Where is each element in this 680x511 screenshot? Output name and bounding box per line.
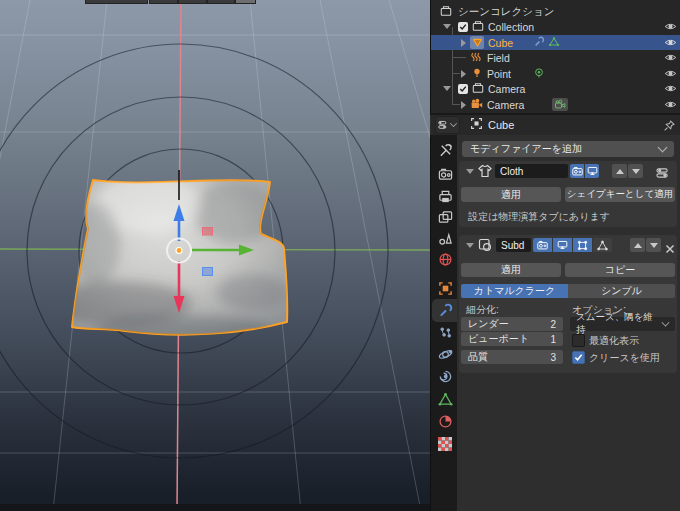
visibility-eye-icon[interactable] (664, 36, 677, 51)
uv-smooth-dropdown[interactable]: スムーズ、隅を維持 (570, 317, 675, 331)
subdivision-label: 細分化: (466, 303, 499, 317)
simple-option[interactable]: シンプル (568, 284, 675, 298)
gizmo-plane-handle-red[interactable] (203, 228, 213, 236)
render-levels-slider[interactable]: レンダー 2 (461, 317, 563, 331)
render-levels-label: レンダー (468, 317, 509, 331)
modifier-wrench-icon (533, 36, 545, 50)
visibility-eye-icon[interactable] (664, 20, 677, 35)
apply-button[interactable]: 適用 (461, 187, 561, 202)
apply-button[interactable]: 適用 (461, 263, 561, 277)
modifier-name-field[interactable]: Cloth (495, 164, 568, 178)
visibility-eye-icon[interactable] (664, 67, 677, 82)
viewport-toggle[interactable] (553, 238, 572, 252)
tab-modifiers-active[interactable] (436, 301, 454, 319)
move-up-button[interactable] (612, 164, 627, 178)
viewport-toggle[interactable] (585, 164, 599, 178)
tab-material[interactable] (436, 412, 454, 430)
cloth-pillow-object[interactable] (48, 173, 288, 344)
optimal-display-checkbox[interactable] (572, 334, 585, 347)
light-object-icon (471, 67, 483, 81)
quality-slider[interactable]: 品質 3 (461, 350, 563, 364)
close-icon[interactable] (665, 240, 675, 258)
gizmo-plane-handle-blue[interactable] (203, 268, 213, 276)
cropped-toolbar-button[interactable] (149, 0, 178, 4)
cloth-info-text: 設定は物理演算タブにあります (468, 210, 610, 224)
tab-output[interactable] (436, 187, 454, 205)
object-icon (470, 116, 483, 134)
visibility-eye-icon[interactable] (664, 51, 677, 66)
add-modifier-label: モディファイアーを追加 (470, 142, 582, 156)
cropped-toolbar-button[interactable] (178, 0, 207, 4)
render-toggle[interactable] (570, 164, 584, 178)
tab-object[interactable] (436, 279, 454, 297)
tab-scene[interactable] (436, 229, 454, 247)
tab-particles[interactable] (436, 323, 454, 341)
expand-caret-icon[interactable] (443, 86, 451, 91)
visibility-eye-icon[interactable] (664, 98, 677, 113)
tab-constraints[interactable] (436, 367, 454, 385)
outliner-row-camera[interactable]: Camera (431, 97, 680, 112)
outliner-label: Cube (488, 37, 513, 49)
force-field-icon (470, 51, 482, 65)
tab-physics[interactable] (436, 345, 454, 363)
collection-checkbox[interactable] (458, 84, 468, 94)
move-down-button[interactable] (646, 238, 661, 252)
add-modifier-dropdown[interactable]: モディファイアーを追加 (462, 141, 674, 157)
render-levels-value: 2 (550, 319, 556, 330)
outliner-label: Camera (488, 83, 525, 95)
viewport-levels-value: 1 (550, 334, 556, 345)
edit-mode-toggle[interactable] (573, 238, 592, 252)
outliner-row-point[interactable]: Point (431, 66, 680, 81)
quality-value: 3 (550, 352, 556, 363)
cropped-toolbar-button[interactable] (85, 0, 148, 4)
modifier-name-field[interactable]: Subd (496, 238, 531, 252)
collection-icon (440, 5, 452, 19)
tab-world[interactable] (436, 250, 454, 268)
tab-tool[interactable] (436, 141, 454, 159)
tab-render[interactable] (436, 165, 454, 183)
outliner-row-cube[interactable]: Cube (431, 35, 680, 50)
tab-texture[interactable] (436, 435, 454, 453)
on-cage-toggle[interactable] (593, 238, 612, 252)
collection-checkbox[interactable] (458, 22, 468, 32)
panel-expand-caret[interactable] (466, 243, 474, 248)
copy-button[interactable]: コピー (565, 263, 675, 277)
move-down-button[interactable] (628, 164, 643, 178)
expand-caret-icon[interactable] (461, 101, 466, 109)
tab-object-data[interactable] (436, 390, 454, 408)
viewport-bottom-edge (0, 504, 430, 511)
expand-caret-icon[interactable] (461, 39, 466, 47)
viewport-canvas[interactable] (0, 0, 430, 511)
editor-type-selector[interactable] (435, 116, 460, 134)
3d-viewport[interactable] (0, 0, 430, 511)
move-up-button[interactable] (630, 238, 645, 252)
cropped-toolbar-button[interactable] (235, 0, 256, 4)
viewport-levels-slider[interactable]: ビューポート 1 (461, 332, 563, 346)
outliner-label: シーンコレクション (458, 5, 554, 19)
outliner-panel[interactable]: シーンコレクション Collection Cube Field (430, 0, 680, 113)
pin-icon[interactable] (663, 118, 676, 136)
cloth-modifier-icon (478, 164, 492, 182)
outliner-row-scene-collection[interactable]: シーンコレクション (431, 4, 680, 19)
optimal-display-label: 最適化表示 (589, 334, 639, 348)
apply-as-shapekey-button[interactable]: シェイプキーとして適用 (565, 187, 675, 202)
render-toggle[interactable] (533, 238, 552, 252)
tab-view-layer[interactable] (436, 208, 454, 226)
outliner-label: Collection (488, 21, 534, 33)
expand-caret-icon[interactable] (443, 24, 451, 29)
outliner-row-field[interactable]: Field (431, 50, 680, 65)
properties-main: モディファイアーを追加 Cloth 適用 シェイプキーとして適用 設定は物理演算… (457, 135, 680, 511)
outliner-row-camera-collection[interactable]: Camera (431, 81, 680, 96)
catmull-clark-option[interactable]: カトマルクラーク (461, 284, 568, 298)
visibility-eye-icon[interactable] (664, 82, 677, 97)
outliner-row-collection[interactable]: Collection (431, 19, 680, 34)
breadcrumb-object-name: Cube (488, 119, 514, 131)
expand-caret-icon[interactable] (461, 70, 466, 78)
use-creases-checkbox[interactable] (572, 351, 585, 364)
chevron-down-icon (658, 143, 668, 153)
modifier-extras-icon[interactable] (656, 165, 669, 183)
use-creases-label: クリースを使用 (589, 351, 660, 365)
chevron-down-icon (662, 319, 670, 327)
cropped-toolbar-button[interactable] (207, 0, 235, 4)
panel-expand-caret[interactable] (466, 169, 474, 174)
